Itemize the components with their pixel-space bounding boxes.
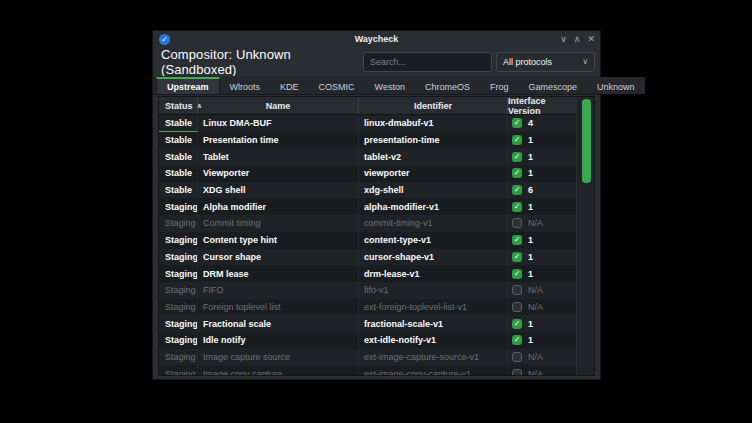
checkbox-checked-icon: ✓ bbox=[512, 152, 522, 162]
tab-cosmic[interactable]: COSMIC bbox=[309, 77, 365, 94]
tab-gamescope[interactable]: Gamescope bbox=[518, 77, 587, 94]
identifier-cell: commit-timing-v1 bbox=[359, 215, 508, 232]
identifier-cell: alpha-modifier-v1 bbox=[359, 198, 508, 215]
version-number: 1 bbox=[528, 202, 533, 212]
name-cell: DRM lease bbox=[198, 265, 359, 282]
table-row[interactable]: StagingForeign toplevel listext-foreign-… bbox=[159, 299, 594, 316]
chevron-down-icon: ∨ bbox=[582, 57, 588, 66]
desktop-background: ✓ Waycheck ∨ ∧ ✕ Compositor: Unknown (Sa… bbox=[0, 0, 752, 423]
version-cell: ✓1 bbox=[508, 165, 579, 182]
search-input[interactable] bbox=[363, 52, 492, 72]
name-cell: Linux DMA-BUF bbox=[198, 115, 359, 132]
version-cell: N/A bbox=[508, 282, 579, 299]
status-cell: Stable bbox=[159, 148, 198, 165]
name-cell: Commit timing bbox=[198, 215, 359, 232]
status-cell: Staging bbox=[159, 299, 198, 316]
version-number: N/A bbox=[528, 352, 543, 362]
waycheck-window: ✓ Waycheck ∨ ∧ ✕ Compositor: Unknown (Sa… bbox=[152, 30, 601, 380]
identifier-cell: ext-image-capture-source-v1 bbox=[359, 349, 508, 366]
checkbox-unchecked-icon bbox=[512, 352, 522, 362]
table-row[interactable]: StableLinux DMA-BUFlinux-dmabuf-v1✓4 bbox=[159, 115, 594, 132]
column-header-name[interactable]: Name bbox=[198, 97, 359, 114]
identifier-cell: fractional-scale-v1 bbox=[359, 315, 508, 332]
version-cell: N/A bbox=[508, 349, 579, 366]
identifier-cell: tablet-v2 bbox=[359, 148, 508, 165]
table-row[interactable]: StagingIdle notifyext-idle-notify-v1✓1 bbox=[159, 332, 594, 349]
version-cell: ✓1 bbox=[508, 148, 579, 165]
version-number: N/A bbox=[528, 218, 543, 228]
tab-chromeos[interactable]: ChromeOS bbox=[415, 77, 480, 94]
table-row[interactable]: StagingFIFOfifo-v1N/A bbox=[159, 282, 594, 299]
identifier-cell: content-type-v1 bbox=[359, 232, 508, 249]
name-cell: Tablet bbox=[198, 148, 359, 165]
version-cell: ✓1 bbox=[508, 249, 579, 266]
column-header-interface-version[interactable]: Interface Version bbox=[508, 97, 579, 114]
status-cell: Staging bbox=[159, 365, 198, 375]
version-number: 1 bbox=[528, 252, 533, 262]
checkbox-checked-icon: ✓ bbox=[512, 319, 522, 329]
table-row[interactable]: StagingAlpha modifieralpha-modifier-v1✓1 bbox=[159, 198, 594, 215]
table-row[interactable]: StagingDRM leasedrm-lease-v1✓1 bbox=[159, 265, 594, 282]
tab-unknown[interactable]: Unknown bbox=[587, 77, 645, 94]
maximize-button[interactable]: ∧ bbox=[574, 32, 581, 46]
name-cell: Presentation time bbox=[198, 132, 359, 149]
protocol-filter-dropdown[interactable]: All protocols ∨ bbox=[496, 52, 595, 72]
table-row[interactable]: StableTablettablet-v2✓1 bbox=[159, 148, 594, 165]
checkbox-checked-icon: ✓ bbox=[512, 185, 522, 195]
identifier-cell: xdg-shell bbox=[359, 182, 508, 199]
checkbox-unchecked-icon bbox=[512, 285, 522, 295]
name-cell: Foreign toplevel list bbox=[198, 299, 359, 316]
vertical-scrollbar[interactable] bbox=[576, 97, 594, 375]
version-cell: ✓1 bbox=[508, 315, 579, 332]
close-button[interactable]: ✕ bbox=[587, 32, 595, 46]
status-cell: Stable bbox=[159, 132, 198, 149]
version-cell: ✓6 bbox=[508, 182, 579, 199]
table-row[interactable]: StagingImage capture sourceext-image-cap… bbox=[159, 349, 594, 366]
tab-bar: UpstreamWlrootsKDECOSMICWestonChromeOSFr… bbox=[153, 76, 600, 95]
column-header-identifier[interactable]: Identifier bbox=[359, 97, 508, 114]
toolbar: Compositor: Unknown (Sandboxed) All prot… bbox=[153, 47, 600, 76]
status-cell: Staging bbox=[159, 332, 198, 349]
identifier-cell: drm-lease-v1 bbox=[359, 265, 508, 282]
minimize-button[interactable]: ∨ bbox=[560, 32, 567, 46]
tab-weston[interactable]: Weston bbox=[365, 77, 415, 94]
window-title: Waycheck bbox=[153, 34, 600, 44]
version-number: N/A bbox=[528, 302, 543, 312]
checkbox-checked-icon: ✓ bbox=[512, 135, 522, 145]
table-row[interactable]: StableViewporterviewporter✓1 bbox=[159, 165, 594, 182]
table-row[interactable]: StagingImage copy captureext-image-copy-… bbox=[159, 365, 594, 375]
tab-wlroots[interactable]: Wlroots bbox=[220, 77, 271, 94]
protocol-filter-value: All protocols bbox=[503, 57, 552, 67]
version-cell: N/A bbox=[508, 299, 579, 316]
tab-upstream[interactable]: Upstream bbox=[156, 77, 220, 94]
table-row[interactable]: StagingFractional scalefractional-scale-… bbox=[159, 315, 594, 332]
table-row[interactable]: StablePresentation timepresentation-time… bbox=[159, 132, 594, 149]
checkbox-checked-icon: ✓ bbox=[512, 335, 522, 345]
status-cell: Staging bbox=[159, 282, 198, 299]
table-row[interactable]: StagingCommit timingcommit-timing-v1N/A bbox=[159, 215, 594, 232]
name-cell: XDG shell bbox=[198, 182, 359, 199]
checkbox-unchecked-icon bbox=[512, 369, 522, 375]
name-cell: Image copy capture bbox=[198, 365, 359, 375]
column-header-status[interactable]: Status ∧ bbox=[159, 97, 198, 114]
titlebar[interactable]: ✓ Waycheck ∨ ∧ ✕ bbox=[153, 31, 600, 47]
version-cell: N/A bbox=[508, 215, 579, 232]
name-cell: Content type hint bbox=[198, 232, 359, 249]
compositor-label: Compositor: Unknown (Sandboxed) bbox=[161, 47, 363, 77]
identifier-cell: ext-idle-notify-v1 bbox=[359, 332, 508, 349]
name-cell: Alpha modifier bbox=[198, 198, 359, 215]
table-row[interactable]: StagingContent type hintcontent-type-v1✓… bbox=[159, 232, 594, 249]
tab-frog[interactable]: Frog bbox=[480, 77, 519, 94]
version-cell: ✓4 bbox=[508, 115, 579, 132]
scrollbar-thumb[interactable] bbox=[582, 99, 591, 183]
table-row[interactable]: StableXDG shellxdg-shell✓6 bbox=[159, 182, 594, 199]
version-number: 1 bbox=[528, 269, 533, 279]
tab-kde[interactable]: KDE bbox=[270, 77, 309, 94]
version-number: 1 bbox=[528, 135, 533, 145]
status-cell: Stable bbox=[159, 182, 198, 199]
table-row[interactable]: StagingCursor shapecursor-shape-v1✓1 bbox=[159, 249, 594, 266]
version-cell: ✓1 bbox=[508, 198, 579, 215]
status-cell: Staging bbox=[159, 198, 198, 215]
checkbox-checked-icon: ✓ bbox=[512, 118, 522, 128]
checkbox-checked-icon: ✓ bbox=[512, 252, 522, 262]
